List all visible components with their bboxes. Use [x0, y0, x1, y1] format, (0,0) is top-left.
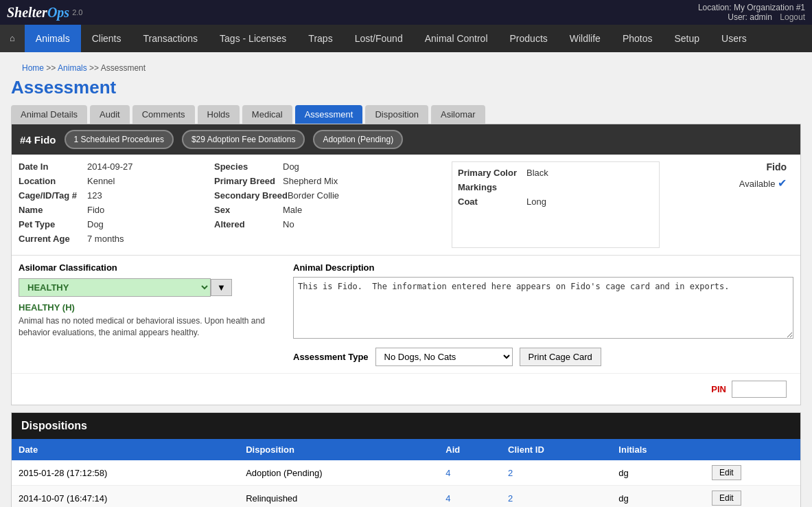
breadcrumb: Home >> Animals >> Assessment [11, 59, 801, 77]
nav-transactions[interactable]: Transactions [132, 25, 209, 52]
markings-label: Markings [458, 182, 526, 192]
col-initials: Initials [612, 439, 705, 460]
nav-lost-found[interactable]: Lost/Found [344, 25, 414, 52]
table-row: 2014-10-07 (16:47:14) Relinquished 4 2 d… [12, 486, 800, 508]
bottom-section: Asilomar Classification HEALTHY TREATABL… [12, 255, 800, 373]
row2-edit-button[interactable]: Edit [712, 491, 741, 506]
user-text: User: admin [728, 12, 772, 22]
name-row: Name Fido [19, 205, 214, 215]
asilomar-select[interactable]: HEALTHY TREATABLE - REHABILITATABLE TREA… [19, 278, 211, 297]
logo-text: ShelterOps [7, 5, 69, 21]
nav-tags-licenses[interactable]: Tags - Licenses [209, 25, 297, 52]
date-in-label: Date In [19, 161, 87, 172]
breadcrumb-home[interactable]: Home [22, 63, 44, 73]
table-row: 2015-01-28 (17:12:58) Adoption (Pending)… [12, 460, 800, 486]
tab-assessment[interactable]: Assessment [295, 105, 363, 124]
tab-animal-details[interactable]: Animal Details [11, 105, 87, 124]
logout-link[interactable]: Logout [780, 12, 805, 22]
primary-color-row: Primary Color Black [458, 168, 653, 178]
secondary-breed-value: Border Collie [288, 190, 339, 201]
dispositions-table: Date Disposition Aid Client ID Initials … [12, 439, 800, 507]
pet-name-display: Fido [766, 161, 787, 172]
nav-users[interactable]: Users [710, 25, 758, 52]
row2-aid: 4 [439, 486, 501, 508]
tab-asilomar[interactable]: Asilomar [431, 105, 485, 124]
current-age-label: Current Age [19, 234, 87, 244]
row1-disposition: Adoption (Pending) [239, 460, 439, 486]
breadcrumb-animals[interactable]: Animals [58, 63, 87, 73]
asilomar-title: Asilomar Classification [19, 262, 286, 273]
page-title: Assessment [11, 77, 801, 98]
row1-edit-button[interactable]: Edit [712, 465, 741, 480]
breadcrumb-assessment: Assessment [101, 63, 146, 73]
row2-client-id: 2 [501, 486, 612, 508]
color-info-col: Primary Color Black Markings Coat Long [452, 161, 660, 248]
tab-bar: Animal Details Audit Comments Holds Medi… [11, 105, 801, 124]
row2-client-link[interactable]: 2 [508, 493, 513, 504]
species-label: Species [214, 161, 283, 172]
pin-label: PIN [711, 384, 726, 394]
user-info: Location: My Organization #1 User: admin… [698, 3, 805, 22]
asilomar-dropdown-button[interactable]: ▼ [211, 279, 232, 296]
date-in-row: Date In 2014-09-27 [19, 161, 214, 172]
nav-home[interactable]: ⌂ [0, 25, 25, 52]
pet-type-row: Pet Type Dog [19, 219, 214, 229]
tab-holds[interactable]: Holds [198, 105, 240, 124]
primary-breed-label: Primary Breed [214, 176, 283, 186]
row2-actions: Edit [705, 486, 800, 508]
row2-aid-link[interactable]: 4 [445, 493, 450, 504]
main-nav: ⌂ Animals Clients Transactions Tags - Li… [0, 25, 812, 52]
assessment-type-select[interactable]: No Dogs, No Cats Dogs Allowed Cats Allow… [375, 348, 513, 366]
current-age-value: 7 months [87, 234, 124, 244]
print-cage-card-button[interactable]: Print Cage Card [520, 348, 601, 366]
asilomar-section: Asilomar Classification HEALTHY TREATABL… [19, 262, 286, 366]
adoption-status-button[interactable]: Adoption (Pending) [313, 130, 403, 149]
row1-initials: dg [612, 460, 705, 486]
assessment-type-row: Assessment Type No Dogs, No Cats Dogs Al… [293, 348, 793, 366]
cage-id-value: 123 [87, 190, 102, 201]
tab-disposition[interactable]: Disposition [365, 105, 428, 124]
details-section: Date In 2014-09-27 Location Kennel Cage/… [12, 155, 800, 255]
location-text: Location: My Organization #1 [698, 3, 805, 12]
available-checkmark: ✔ [778, 177, 787, 189]
nav-setup[interactable]: Setup [664, 25, 711, 52]
row1-actions: Edit [705, 460, 800, 486]
sex-label: Sex [214, 205, 283, 215]
nav-traps[interactable]: Traps [297, 25, 343, 52]
nav-clients[interactable]: Clients [81, 25, 132, 52]
primary-color-label: Primary Color [458, 168, 526, 178]
nav-wildlife[interactable]: Wildlife [559, 25, 612, 52]
altered-label: Altered [214, 219, 283, 229]
row1-date: 2015-01-28 (17:12:58) [12, 460, 239, 486]
pin-row: PIN [12, 373, 800, 405]
asilomar-description: Animal has no noted medical or behaviora… [19, 315, 286, 339]
row1-client-id: 2 [501, 460, 612, 486]
row1-client-link[interactable]: 2 [508, 468, 513, 478]
animal-description-textarea[interactable]: This is Fido. The information entered he… [293, 277, 793, 339]
pet-avatar-col: Fido Available ✔ [662, 161, 793, 248]
nav-animals[interactable]: Animals [25, 25, 81, 52]
row1-aid: 4 [439, 460, 501, 486]
altered-row: Altered No [214, 219, 449, 229]
coat-row: Coat Long [458, 196, 653, 207]
nav-products[interactable]: Products [499, 25, 559, 52]
species-value: Dog [283, 161, 299, 172]
pin-input[interactable] [732, 381, 787, 398]
primary-color-value: Black [526, 168, 548, 178]
col-aid: Aid [439, 439, 501, 460]
description-title: Animal Description [293, 262, 793, 273]
nav-photos[interactable]: Photos [612, 25, 664, 52]
adoption-fee-donations-button[interactable]: $29 Adoption Fee Donations [182, 130, 305, 149]
row1-aid-link[interactable]: 4 [445, 468, 450, 478]
assessment-type-label: Assessment Type [293, 352, 369, 362]
tab-comments[interactable]: Comments [132, 105, 195, 124]
dispositions-header: Dispositions [12, 413, 800, 439]
location-row: Location Kennel [19, 176, 214, 186]
page-content: Home >> Animals >> Assessment Assessment… [0, 52, 812, 507]
scheduled-procedures-button[interactable]: 1 Scheduled Procedures [65, 130, 174, 149]
pet-type-label: Pet Type [19, 219, 87, 229]
tab-medical[interactable]: Medical [242, 105, 292, 124]
nav-animal-control[interactable]: Animal Control [414, 25, 499, 52]
tab-audit[interactable]: Audit [90, 105, 130, 124]
secondary-breed-label: Secondary Breed [214, 190, 288, 201]
